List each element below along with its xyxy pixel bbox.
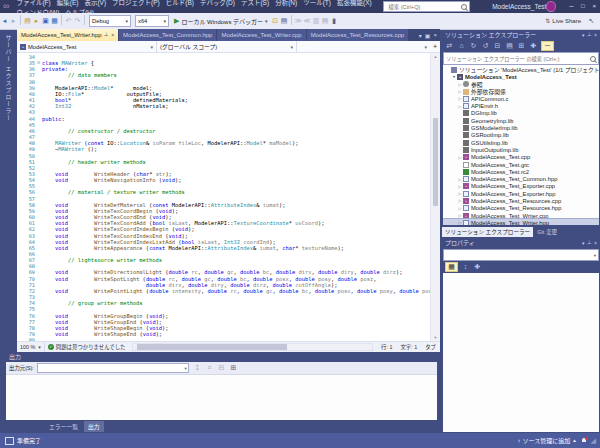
menu-item[interactable]: プロジェクト(P)	[109, 0, 163, 6]
tree-item[interactable]: ▷+ModelAccess_Test_Writer.cpp	[443, 212, 599, 219]
panel-tab[interactable]: ソリューション エクスプローラー	[442, 227, 533, 237]
tree-item[interactable]: ▷+ModelAccess_Test_Exporter.cpp	[443, 183, 599, 190]
tree-item[interactable]: ▾+ModelAccess_Test	[443, 73, 599, 80]
show-all-files-icon[interactable]: ⊞	[517, 40, 526, 52]
close-panel-icon[interactable]: ×	[594, 240, 597, 246]
add-button[interactable]: +	[430, 41, 440, 52]
window-position-icon[interactable]: ▾	[582, 240, 585, 246]
menu-item[interactable]: デバッグ(D)	[197, 0, 238, 6]
horizontal-scrollbar[interactable]	[132, 343, 373, 351]
document-tab[interactable]: ModelAccess_Test_Writer.cpp	[217, 29, 305, 41]
menu-item[interactable]: 表示(V)	[81, 0, 109, 6]
add-to-source-control-button[interactable]: ↑ ソース管理に追加 ▲	[517, 436, 576, 445]
solution-explorer-search-box[interactable]	[443, 52, 599, 65]
solution-configuration-dropdown[interactable]: Debug▾	[89, 15, 131, 27]
quick-search-input[interactable]	[386, 3, 461, 11]
feedback-icon[interactable]: ↖	[587, 15, 596, 27]
clear-all-icon[interactable]: ⊟	[217, 362, 226, 374]
document-health-indicator[interactable]: ✓ 問題は見つかりませんでした	[45, 343, 129, 351]
properties-object-dropdown[interactable]: ▾	[443, 249, 599, 261]
tree-item[interactable]: ▷APIEnvir.h	[443, 102, 599, 109]
solution-explorer-title-bar[interactable]: ソリューション エクスプローラー ▾ ┴ ×	[442, 29, 600, 40]
solution-platform-dropdown[interactable]: x64▾	[135, 15, 169, 27]
tree-item[interactable]: GeometryImp.lib	[443, 117, 599, 124]
menu-item[interactable]: 拡張機能(X)	[334, 0, 375, 6]
indent-icon[interactable]: ≫	[294, 15, 303, 27]
float-icon[interactable]: ▣	[425, 32, 431, 39]
properties-content[interactable]	[443, 273, 599, 432]
tree-item[interactable]: ▷+ModelAccess_Test_Resources.cpp	[443, 197, 599, 204]
member-scope-dropdown[interactable]: ▾	[297, 41, 430, 52]
editor-zoom-dropdown[interactable]: 100 %▾	[17, 342, 45, 352]
menu-item[interactable]: 分析(N)	[272, 0, 300, 6]
pending-changes-filter-icon[interactable]: ▤	[505, 40, 514, 52]
environment-icon[interactable]: ▤	[280, 15, 289, 27]
tree-item[interactable]: ▷ModelAccess_Test_Common.hpp	[443, 175, 599, 182]
menu-item[interactable]: ビルド(B)	[163, 0, 197, 6]
tree-item[interactable]: ▷+ModelAccess_Test.cpp	[443, 154, 599, 161]
tree-item[interactable]: DGImp.lib	[443, 110, 599, 117]
tree-item[interactable]: InputOutputImp.lib	[443, 146, 599, 153]
auto-hide-pin-icon[interactable]: ┴	[588, 240, 592, 246]
find-message-icon[interactable]: ↧	[193, 362, 202, 374]
messages-list-icon[interactable]: ≡	[205, 362, 214, 374]
outdent-icon[interactable]: ≪	[303, 15, 312, 27]
uncomment-icon[interactable]: ▤	[321, 15, 330, 27]
close-button[interactable]: ×	[589, 0, 600, 13]
maximize-button[interactable]: □	[577, 0, 588, 13]
window-position-icon[interactable]: ▾	[582, 32, 585, 38]
sync-with-active-document-icon[interactable]: ↻	[469, 40, 478, 52]
nav-back-icon[interactable]: ◂	[0, 15, 9, 27]
vertical-scrollbar[interactable]: ▴ ▾	[430, 53, 440, 341]
auto-hide-pin-icon[interactable]: ┴	[588, 32, 592, 38]
solution-explorer-search-input[interactable]	[444, 56, 590, 62]
bookmark-icon[interactable]: ▮	[330, 15, 339, 27]
property-pages-icon[interactable]: ✚	[473, 261, 482, 273]
tree-item[interactable]: GSRootImp.lib	[443, 132, 599, 139]
save-all-icon[interactable]: ▦	[50, 15, 59, 27]
minimize-button[interactable]: ─	[566, 0, 577, 13]
bottom-panel-tab[interactable]: 出力	[84, 421, 104, 432]
server-explorer-vertical-tab[interactable]: サーバー エクスプローラー	[4, 35, 13, 122]
horizontal-scrollbar-thumb[interactable]	[137, 344, 287, 350]
live-share-button[interactable]: ⇅ Live Share	[543, 15, 581, 27]
tree-item[interactable]: ▷参照	[443, 81, 599, 88]
notifications-bell-icon[interactable]	[581, 438, 587, 444]
properties-wrench-icon[interactable]: ✚	[529, 40, 538, 52]
categorized-icon[interactable]: ▦	[445, 262, 458, 272]
menu-item[interactable]: テスト(S)	[238, 0, 272, 6]
comment-icon[interactable]: ▥	[312, 15, 321, 27]
save-icon[interactable]: ▣	[41, 15, 50, 27]
tree-item[interactable]: ▷ModelAccess_Test_Exporter.hpp	[443, 190, 599, 197]
code-editor[interactable]: 3435⊟class MAWriter {36private:37 // dat…	[17, 53, 440, 341]
output-panel-title[interactable]: 出力	[6, 352, 437, 362]
tree-item[interactable]: ▷外部依存関係	[443, 88, 599, 95]
project-scope-dropdown[interactable]: + ModelAccess_Test▾	[17, 41, 157, 52]
tree-item[interactable]: ModelAccess_Test.grc	[443, 161, 599, 168]
menu-item[interactable]: ツール(T)	[300, 0, 334, 6]
properties-title-bar[interactable]: プロパティ ▾ ┴ ×	[442, 237, 600, 248]
redo-icon[interactable]: ↷	[73, 15, 82, 27]
vertical-scrollbar-thumb[interactable]	[433, 118, 438, 206]
tree-item[interactable]: GSModelerImp.lib	[443, 124, 599, 131]
attach-icon[interactable]: ⊡	[271, 15, 280, 27]
preview-selected-icon[interactable]: ─	[541, 41, 554, 51]
pin-icon[interactable]: ┴	[105, 32, 109, 38]
close-tab-icon[interactable]: ×	[111, 32, 114, 38]
document-tab[interactable]: ModelAccess_Test_Resources.cpp	[307, 29, 408, 41]
home-icon[interactable]: ⌂	[457, 40, 466, 52]
panel-tab[interactable]: Git 変更	[534, 227, 560, 237]
document-tab[interactable]: ModelAccess_Test_Common.hpp	[119, 29, 216, 41]
close-icon[interactable]: ×	[433, 32, 437, 38]
document-tab[interactable]: ModelAccess_Test_Writer.hpp┴×	[17, 29, 118, 41]
switch-views-icon[interactable]: ⇄	[445, 40, 454, 52]
resize-grip[interactable]: ◢	[591, 437, 596, 445]
tree-item[interactable]: ModelAccess_Test.rc2	[443, 168, 599, 175]
tree-item[interactable]: ソリューション 'ModelAccess_Test' (1/1 プロジェクト)	[443, 66, 599, 73]
type-scope-dropdown[interactable]: (グローバル スコープ)▾	[157, 41, 297, 52]
output-content[interactable]	[6, 375, 437, 420]
close-panel-icon[interactable]: ×	[594, 32, 597, 38]
toggle-word-wrap-icon[interactable]: ⊞	[229, 362, 238, 374]
alphabetical-icon[interactable]: ↕	[461, 261, 470, 273]
tree-item[interactable]: ▷ModelAccess_Test_Resources.hpp	[443, 205, 599, 212]
